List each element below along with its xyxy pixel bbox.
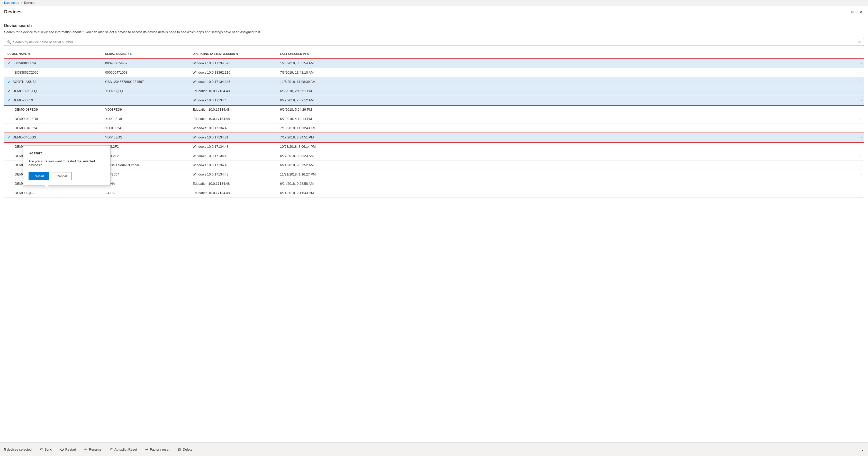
row-expand-icon: › — [861, 126, 862, 130]
table-header: DEVICE NAME ⇅ SERIAL NUMBER ⇅ OPERATING … — [4, 49, 864, 59]
table-row[interactable]: DEMO-1Q0......CNAEducation 10.0.17134.48… — [4, 179, 864, 189]
cell-last-checked: 11/21/2018, 1:16:27 PM — [277, 171, 858, 178]
content-area: Device search Search for a device to qui… — [0, 18, 868, 203]
cell-last-checked: 7/18/2018, 11:23:43 AM — [277, 124, 858, 132]
row-expand-icon: › — [861, 61, 862, 65]
row-expand-icon: › — [861, 117, 862, 121]
pin-button[interactable]: ⊕ — [850, 8, 856, 16]
dialog-title: Restart — [29, 151, 105, 155]
breadcrumb-parent[interactable]: Dashboard — [4, 1, 19, 5]
cell-serial: 003903674457 — [102, 60, 189, 67]
table-row[interactable]: ✓BOOTH-ASUS2CSN12345678901234567Windows … — [4, 77, 864, 86]
cell-arrow[interactable]: › — [858, 69, 864, 76]
cell-arrow[interactable]: › — [858, 97, 864, 104]
header-icons: ⊕ ✕ — [850, 8, 864, 16]
section-description: Search for a device to quickly see infor… — [4, 30, 864, 34]
row-expand-icon: › — [861, 163, 862, 167]
cell-arrow[interactable]: › — [858, 116, 864, 122]
cell-device-name: ✓DEMO-046ZGS — [4, 134, 102, 141]
table-row[interactable]: ✓DEMO-03059Windows 10.0.17134.486/27/201… — [4, 96, 864, 105]
cell-device-name: BC83852C2065 — [4, 69, 102, 76]
table-row[interactable]: ✓DEMO-046ZGSYD046ZGSWindows 10.0.17134.8… — [4, 133, 864, 142]
cell-os: Education 10.0.17134.48 — [189, 190, 277, 196]
cell-arrow[interactable]: › — [858, 134, 864, 141]
row-expand-icon: › — [861, 108, 862, 111]
cell-arrow[interactable]: › — [858, 180, 864, 187]
selected-check-icon: ✓ — [7, 135, 10, 140]
col-header-os: OPERATING SYSTEM VERSION ⇅ — [189, 51, 277, 56]
dialog-cancel-button[interactable]: Cancel — [52, 172, 72, 180]
cell-last-checked: 6/7/2018, 4:19:14 PM — [277, 115, 858, 122]
cell-os: Education 10.0.17134.48 — [189, 180, 277, 187]
col-header-device-name: DEVICE NAME ⇅ — [4, 51, 102, 56]
cell-last-checked: 7/3/2019, 11:43:10 AM — [277, 69, 858, 76]
row-expand-icon: › — [861, 89, 862, 93]
cell-os: Windows 10.0.17134.523 — [189, 60, 277, 67]
col-header-serial: SERIAL NUMBER ⇅ — [102, 51, 189, 56]
search-clear-button[interactable]: ✕ — [858, 40, 861, 44]
sort-icon-serial[interactable]: ⇅ — [130, 53, 132, 55]
cell-arrow[interactable]: › — [858, 60, 864, 67]
table-row[interactable]: BC83852C2065000550471058Windows 10.0.183… — [4, 68, 864, 77]
cell-last-checked: 6/24/2018, 9:28:58 AM — [277, 180, 858, 187]
table-row[interactable]: DEMO-040L24YD040L24Windows 10.0.17134.48… — [4, 123, 864, 133]
row-expand-icon: › — [861, 136, 862, 139]
cell-serial: 7S0L2F2 — [102, 143, 189, 150]
cell-arrow[interactable]: › — [858, 143, 864, 150]
sort-icon-device-name[interactable]: ⇅ — [28, 53, 30, 55]
table-row[interactable]: DEMO-03FZD9YD03FZD9Education 10.0.17134.… — [4, 105, 864, 114]
cell-device-name: ✓DEMO-02KQLQ — [4, 87, 102, 95]
cell-device-name: DEMO-040L24 — [4, 124, 102, 132]
cell-last-checked: 6/27/2018, 8:29:23 AM — [277, 152, 858, 159]
cell-os: Windows 10.0.17134.48 — [189, 171, 277, 178]
row-expand-icon: › — [861, 191, 862, 195]
table-row[interactable]: DEMO-0L2F27S0L2F2Windows 10.0.17134.4810… — [4, 142, 864, 151]
cell-arrow[interactable]: › — [858, 152, 864, 159]
cell-serial: YD046ZGS — [102, 134, 189, 141]
cell-serial: Chassis Serial Number — [102, 162, 189, 169]
cell-serial: YD02KQLQ — [102, 87, 189, 94]
cell-arrow[interactable]: › — [858, 79, 864, 85]
cell-serial: ...173657 — [102, 171, 189, 178]
cell-os: Windows 10.0.17134.48 — [189, 152, 277, 159]
col-header-action — [858, 51, 864, 56]
close-button[interactable]: ✕ — [859, 8, 864, 16]
table-row[interactable]: DEMO-1Q0......CPGEducation 10.0.17134.48… — [4, 189, 864, 198]
cell-last-checked: 10/23/2018, 8:06:14 PM — [277, 143, 858, 150]
sort-icon-os[interactable]: ⇅ — [236, 53, 238, 55]
cell-last-checked: 6/6/2018, 5:54:29 PM — [277, 106, 858, 113]
cell-os: Education 10.0.17134.48 — [189, 87, 277, 94]
selected-check-icon: ✓ — [7, 89, 10, 93]
cell-os: Windows 10.0.17134.48 — [189, 143, 277, 150]
table-row[interactable]: DEMO-0L2F28S0L2F2Windows 10.0.17134.486/… — [4, 151, 864, 161]
cell-arrow[interactable]: › — [858, 125, 864, 132]
cell-device-name: DEMO-03FZD9 — [4, 115, 102, 122]
cell-os: Windows 10.0.18362.116 — [189, 69, 277, 76]
table-row[interactable]: ✓DEMO-02KQLQYD02KQLQEducation 10.0.17134… — [4, 86, 864, 96]
sort-icon-checked[interactable]: ⇅ — [307, 53, 309, 55]
cell-last-checked: 1/26/2019, 3:55:54 AM — [277, 60, 858, 67]
page-title: Devices — [4, 9, 22, 15]
cell-arrow[interactable]: › — [858, 106, 864, 113]
row-expand-icon: › — [861, 173, 862, 176]
table-row[interactable]: DEMO-173......173657Windows 10.0.17134.4… — [4, 170, 864, 179]
dialog-confirm-button[interactable]: Restart — [29, 172, 49, 180]
page-header: Devices ⊕ ✕ — [0, 6, 868, 18]
table-row[interactable]: DEMO-14S00Chassis Serial NumberWindows 1… — [4, 161, 864, 170]
section-title: Device search — [4, 23, 864, 28]
search-input[interactable] — [13, 40, 858, 44]
cell-arrow[interactable]: › — [858, 190, 864, 196]
cell-arrow[interactable]: › — [858, 88, 864, 94]
cell-os: Education 10.0.17134.48 — [189, 115, 277, 122]
cell-last-checked: 6/6/2018, 2:16:51 PM — [277, 87, 858, 94]
cell-device-name: DEMO-03FZD9 — [4, 106, 102, 113]
table-body: ✓5882A88D6F2A003903674457Windows 10.0.17… — [4, 59, 864, 198]
selected-check-icon: ✓ — [7, 98, 10, 103]
table-row[interactable]: DEMO-03FZD9YD03FZD9Education 10.0.17134.… — [4, 114, 864, 123]
cell-last-checked: 7/17/2018, 3:34:51 PM — [277, 134, 858, 141]
cell-serial: ...CNA — [102, 180, 189, 187]
row-expand-icon: › — [861, 71, 862, 75]
cell-arrow[interactable]: › — [858, 171, 864, 178]
table-row[interactable]: ✓5882A88D6F2A003903674457Windows 10.0.17… — [4, 59, 864, 68]
cell-arrow[interactable]: › — [858, 162, 864, 169]
